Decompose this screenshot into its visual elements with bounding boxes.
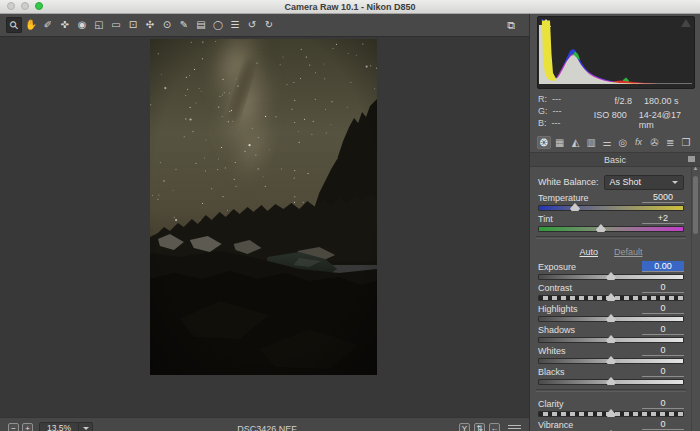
tool-zoom[interactable]: ⚲ <box>6 17 22 33</box>
slider-thumb[interactable] <box>606 377 616 385</box>
preview-preferences-icon[interactable] <box>508 425 521 431</box>
slider-thumb[interactable] <box>606 409 616 417</box>
slider-value-field[interactable]: 0 <box>642 282 684 293</box>
tool-rotate-left[interactable]: ↺ <box>244 17 260 33</box>
zoom-window-icon[interactable] <box>35 2 43 10</box>
tab-presets[interactable]: ≣ <box>663 136 677 149</box>
slider-thumb[interactable] <box>606 335 616 343</box>
night-sky-photo <box>150 39 377 375</box>
zoom-level-chevron[interactable] <box>79 422 93 431</box>
slider-thumb[interactable] <box>606 293 616 301</box>
slider-track[interactable] <box>538 316 684 322</box>
slider-track[interactable] <box>538 274 684 280</box>
slider-track[interactable] <box>538 337 684 343</box>
filename-label: _DSC3426.NEF <box>232 424 297 431</box>
slider-value-field[interactable]: 0 <box>642 303 684 314</box>
tab-basic[interactable]: ❂ <box>537 136 551 149</box>
tool-radial-filter[interactable]: ◯ <box>210 17 226 33</box>
slider-track[interactable] <box>538 295 684 301</box>
before-after-swap-button[interactable]: ⇅ <box>474 423 485 431</box>
tool-preferences[interactable]: ☰ <box>227 17 243 33</box>
chevron-down-icon <box>83 427 89 430</box>
readout-exif: R:--- G:--- B:--- f/2.8180.00 s ISO 8001… <box>530 89 700 132</box>
graduated-filter-icon: ▤ <box>196 20 205 30</box>
tab-effects[interactable]: fx <box>632 136 646 149</box>
zoom-in-button[interactable]: + <box>22 423 33 431</box>
slider-row-clarity: Clarity 0 <box>538 397 684 418</box>
zoom-out-button[interactable]: − <box>8 423 19 431</box>
slider-label: Tint <box>538 214 553 224</box>
tab-snapshots[interactable]: ❐ <box>679 136 693 149</box>
default-link[interactable]: Default <box>614 247 643 257</box>
slider-track[interactable] <box>538 411 684 417</box>
slider-label: Vibrance <box>538 420 573 430</box>
tool-transform[interactable]: ⊡ <box>125 17 141 33</box>
close-window-icon[interactable] <box>7 2 15 10</box>
tool-hand[interactable]: ✋ <box>23 17 39 33</box>
slider-row-whites: Whites 0 <box>538 344 684 365</box>
preview-toggle-button[interactable]: Y <box>459 423 470 431</box>
slider-value-field[interactable]: 5000 <box>642 192 684 203</box>
image-canvas[interactable] <box>0 37 529 417</box>
slider-value-field[interactable]: 0 <box>642 345 684 356</box>
slider-thumb[interactable] <box>606 314 616 322</box>
slider-thumb[interactable] <box>606 356 616 364</box>
slider-track[interactable] <box>538 358 684 364</box>
slider-track[interactable] <box>538 226 684 232</box>
tool-graduated-filter[interactable]: ▤ <box>193 17 209 33</box>
slider-row-vibrance: Vibrance 0 <box>538 418 684 431</box>
tool-white-balance[interactable]: ✐ <box>40 17 56 33</box>
white-balance-select[interactable]: As Shot <box>604 175 684 190</box>
zoom-level-select[interactable]: 13.5% <box>39 422 93 431</box>
slider-value-field[interactable]: 0 <box>642 398 684 409</box>
tool-crop[interactable]: ◱ <box>91 17 107 33</box>
auto-link[interactable]: Auto <box>579 247 598 257</box>
slider-thumb[interactable] <box>596 224 606 232</box>
lens-value: 14-24@17 mm <box>639 110 692 130</box>
chevron-down-icon <box>672 181 678 184</box>
white-balance-value: As Shot <box>610 177 672 187</box>
white-balance-label: White Balance: <box>538 177 599 187</box>
tab-lens-corrections[interactable]: ◎ <box>616 136 630 149</box>
tool-red-eye[interactable]: ⊙ <box>159 17 175 33</box>
photo-preview[interactable] <box>150 39 377 375</box>
basic-controls: White Balance: As Shot Temperature 5000 <box>530 167 700 431</box>
tool-rotate-right[interactable]: ↻ <box>261 17 277 33</box>
slider-label: Highlights <box>538 304 578 314</box>
histogram[interactable] <box>537 16 695 89</box>
slider-value-field[interactable]: 0 <box>642 324 684 335</box>
section-divider <box>536 389 686 392</box>
minimize-window-icon[interactable] <box>21 2 29 10</box>
g-label: G: <box>538 106 548 116</box>
scrollbar-thumb[interactable] <box>693 176 698 234</box>
tool-adjustment-brush[interactable]: ✎ <box>176 17 192 33</box>
fullscreen-toggle-icon[interactable]: ⧉ <box>507 19 515 32</box>
slider-value-field[interactable]: 0 <box>642 419 684 430</box>
tone-sliders: Exposure 0.00 Contrast 0 <box>538 260 684 386</box>
tab-detail[interactable]: ◭ <box>569 136 583 149</box>
panel-scrollbar[interactable]: ▲ ▼ <box>691 164 699 431</box>
copy-settings-button[interactable]: ← <box>489 423 500 431</box>
tab-hsl-grayscale[interactable]: ▥ <box>584 136 598 149</box>
panel-tabs: ❂ ▦ ◭ ▥ ⚌ ◎ fx ✇ ≣ ❐ <box>530 132 700 152</box>
tab-camera-calibration[interactable]: ✇ <box>647 136 661 149</box>
panel-menu-icon[interactable] <box>688 156 695 162</box>
slider-value-field[interactable]: 0 <box>642 366 684 377</box>
slider-value-field[interactable]: 0.00 <box>642 261 684 272</box>
scroll-up-icon[interactable]: ▲ <box>692 165 699 171</box>
tool-color-sampler[interactable]: ✜ <box>57 17 73 33</box>
preview-controls: Y ⇅ ← <box>459 423 521 431</box>
r-label: R: <box>538 94 547 104</box>
tab-tone-curve[interactable]: ▦ <box>553 136 567 149</box>
tab-split-toning[interactable]: ⚌ <box>600 136 614 149</box>
tool-targeted-adjustment[interactable]: ◉ <box>74 17 90 33</box>
slider-label: Blacks <box>538 367 565 377</box>
crop-icon: ◱ <box>94 20 103 30</box>
slider-thumb[interactable] <box>570 203 580 211</box>
slider-track[interactable] <box>538 379 684 385</box>
slider-track[interactable] <box>538 205 684 211</box>
tool-spot-removal[interactable]: ✣ <box>142 17 158 33</box>
slider-thumb[interactable] <box>606 272 616 280</box>
slider-value-field[interactable]: +2 <box>642 213 684 224</box>
tool-straighten[interactable]: ▭ <box>108 17 124 33</box>
